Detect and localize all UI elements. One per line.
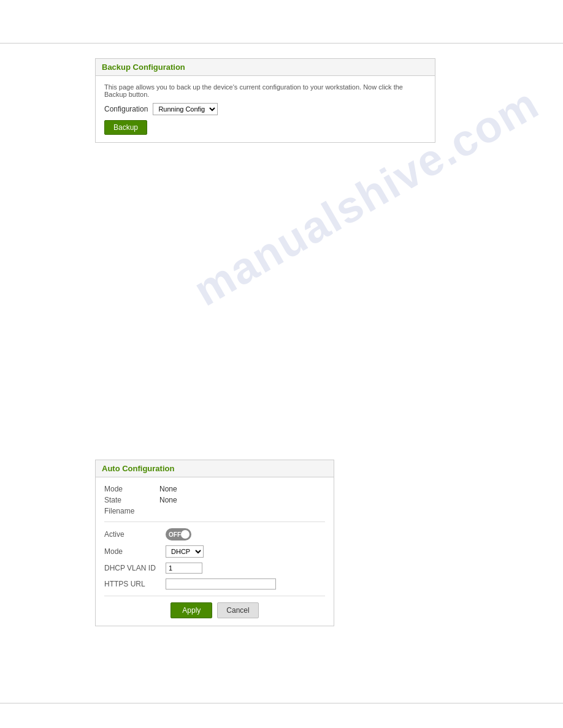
backup-config-select[interactable]: Running Config Startup Config [153,103,218,115]
auto-mode-select[interactable]: DHCP TFTP HTTP [166,545,204,558]
auto-active-row: Active OFF [104,528,325,540]
dhcp-vlan-id-input[interactable] [166,563,202,574]
auto-mode-label: Mode [104,485,159,493]
toggle-off-text: OFF [169,531,181,538]
auto-dhcp-vlan-row: DHCP VLAN ID [104,563,325,574]
apply-button[interactable]: Apply [170,602,212,618]
bottom-rule [0,703,563,703]
backup-configuration-card: Backup Configuration This page allows yo… [95,58,435,143]
auto-filename-info-row: Filename [104,507,325,515]
auto-active-label: Active [104,530,166,539]
auto-https-url-row: HTTPS URL [104,578,325,590]
backup-config-row: Configuration Running Config Startup Con… [104,103,426,115]
page-wrapper: manualshive.com Backup Configuration Thi… [0,0,563,728]
backup-button[interactable]: Backup [104,120,147,135]
https-url-input[interactable] [166,578,276,590]
auto-card-body: Mode None State None Filename Active OFF… [96,477,334,626]
auto-https-url-label: HTTPS URL [104,580,166,588]
auto-footer: Apply Cancel [104,596,325,618]
backup-config-label: Configuration [104,105,148,113]
auto-mode-value: None [159,485,177,493]
backup-card-body: This page allows you to back up the devi… [96,76,435,142]
auto-divider-1 [104,521,325,522]
auto-mode-info-row: Mode None [104,485,325,493]
backup-card-header: Backup Configuration [96,59,435,76]
backup-card-title: Backup Configuration [102,63,185,72]
top-rule [0,43,563,44]
auto-card-header: Auto Configuration [96,460,334,477]
auto-filename-label: Filename [104,507,159,515]
auto-state-value: None [159,496,177,504]
backup-description: This page allows you to back up the devi… [104,83,426,98]
active-toggle[interactable]: OFF [166,528,191,540]
auto-mode-form-row: Mode DHCP TFTP HTTP [104,545,325,558]
auto-state-info-row: State None [104,496,325,504]
cancel-button[interactable]: Cancel [217,602,258,618]
auto-state-label: State [104,496,159,504]
auto-dhcp-vlan-label: DHCP VLAN ID [104,564,166,572]
auto-card-title: Auto Configuration [102,464,174,473]
auto-mode-form-label: Mode [104,547,166,556]
auto-configuration-card: Auto Configuration Mode None State None … [95,460,334,626]
